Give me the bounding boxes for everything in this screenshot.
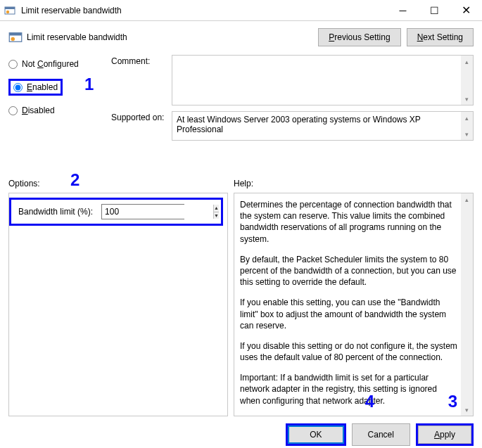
- radio-enabled[interactable]: Enabled: [13, 82, 58, 92]
- radio-enabled-input[interactable]: [13, 83, 23, 92]
- help-p1: Determines the percentage of connection …: [240, 199, 457, 245]
- bandwidth-highlight: Bandwidth limit (%): ▲ ▼: [9, 198, 223, 226]
- window-title: Limit reservable bandwidth: [20, 6, 387, 15]
- help-label: Help:: [234, 179, 253, 188]
- annotation-4: 4: [365, 392, 374, 411]
- spin-up-button[interactable]: ▲: [214, 205, 219, 212]
- spin-down-button[interactable]: ▼: [214, 212, 219, 219]
- annotation-3: 3: [448, 392, 457, 411]
- help-p5: Important: If a bandwidth limit is set f…: [240, 372, 457, 407]
- titlebar: Limit reservable bandwidth ─ ☐ ✕: [0, 0, 482, 21]
- help-panel: Determines the percentage of connection …: [234, 193, 474, 416]
- comment-label: Comment:: [111, 56, 167, 66]
- radio-disabled-input[interactable]: [8, 106, 18, 115]
- options-label: Options:: [8, 179, 234, 188]
- cancel-button[interactable]: Cancel: [352, 423, 410, 446]
- ok-highlight: OK: [286, 423, 345, 446]
- state-radio-group: Not Configured Enabled Disabled 1: [8, 55, 107, 169]
- svg-point-5: [11, 37, 15, 41]
- radio-enabled-highlight: Enabled: [8, 79, 63, 96]
- help-scrollbar[interactable]: ▴ ▾: [461, 193, 473, 416]
- scroll-down-icon[interactable]: ▾: [461, 128, 473, 140]
- comment-scrollbar[interactable]: ▴ ▾: [461, 56, 473, 105]
- radio-not-configured-input[interactable]: [8, 60, 18, 69]
- supported-scrollbar[interactable]: ▴ ▾: [461, 112, 473, 140]
- maximize-button[interactable]: ☐: [419, 0, 450, 21]
- supported-on-label: Supported on:: [111, 113, 167, 122]
- previous-setting-button[interactable]: Previous Setting: [318, 28, 400, 46]
- scroll-up-icon[interactable]: ▴: [461, 56, 473, 68]
- scroll-down-icon[interactable]: ▾: [461, 404, 473, 416]
- options-panel: Bandwidth limit (%): ▲ ▼: [8, 193, 228, 416]
- scroll-down-icon[interactable]: ▾: [461, 93, 473, 105]
- supported-on-text: At least Windows Server 2003 operating s…: [177, 115, 421, 134]
- annotation-2: 2: [70, 170, 80, 190]
- policy-icon: [4, 5, 15, 16]
- policy-icon: [8, 30, 23, 44]
- supported-on-box: At least Windows Server 2003 operating s…: [172, 111, 474, 141]
- apply-button[interactable]: Apply: [418, 425, 471, 444]
- next-setting-button[interactable]: Next Setting: [407, 28, 474, 46]
- ok-button[interactable]: OK: [288, 425, 343, 444]
- radio-disabled[interactable]: Disabled: [8, 105, 107, 115]
- scroll-up-icon[interactable]: ▴: [461, 112, 473, 124]
- bandwidth-limit-label: Bandwidth limit (%):: [18, 207, 93, 217]
- help-p4: If you disable this setting or do not co…: [240, 340, 457, 363]
- subheader: Limit reservable bandwidth Previous Sett…: [0, 21, 482, 51]
- scroll-up-icon[interactable]: ▴: [461, 193, 473, 205]
- radio-not-configured[interactable]: Not Configured: [8, 59, 107, 69]
- help-p2: By default, the Packet Scheduler limits …: [240, 254, 457, 288]
- apply-highlight: Apply: [416, 423, 474, 446]
- bandwidth-spinner[interactable]: ▲ ▼: [101, 204, 184, 219]
- svg-rect-4: [9, 33, 22, 36]
- annotation-1: 1: [84, 75, 94, 94]
- close-button[interactable]: ✕: [450, 0, 482, 21]
- policy-subtitle: Limit reservable bandwidth: [27, 32, 127, 42]
- svg-point-2: [6, 10, 9, 13]
- help-p3: If you enable this setting, you can use …: [240, 297, 457, 331]
- minimize-button[interactable]: ─: [387, 0, 419, 21]
- svg-rect-1: [5, 7, 15, 9]
- comment-textarea[interactable]: ▴ ▾: [172, 55, 474, 105]
- dialog-footer: OK Cancel Apply: [0, 416, 482, 448]
- bandwidth-input[interactable]: [102, 205, 213, 219]
